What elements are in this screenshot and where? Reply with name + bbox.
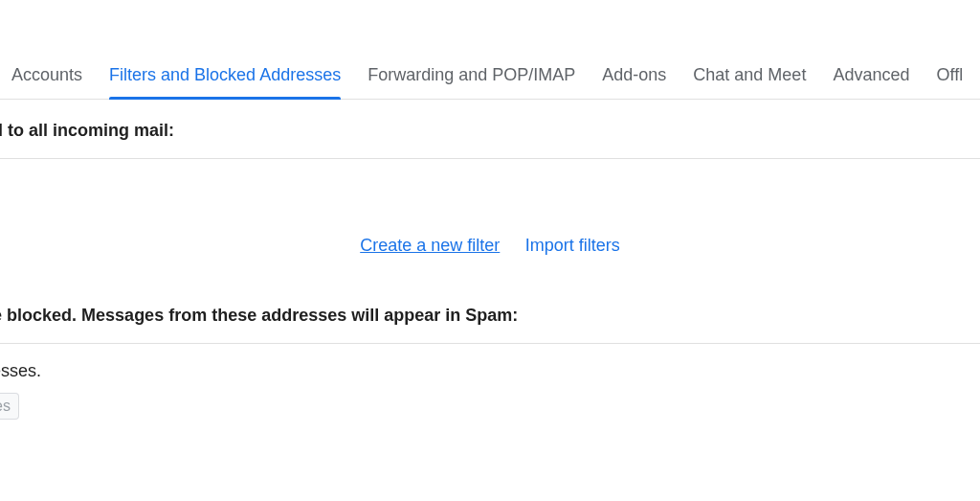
truncated-button[interactable]: es (0, 393, 19, 420)
tab-addons[interactable]: Add-ons (602, 56, 666, 99)
tab-offline[interactable]: Offl (936, 56, 963, 99)
create-filter-link[interactable]: Create a new filter (360, 236, 500, 255)
tab-advanced[interactable]: Advanced (833, 56, 909, 99)
tab-accounts[interactable]: Accounts (11, 56, 82, 99)
tab-filters-blocked[interactable]: Filters and Blocked Addresses (109, 56, 341, 99)
filter-actions: Create a new filter Import filters (0, 159, 980, 290)
filters-section-heading: pplied to all incoming mail: (0, 100, 980, 159)
import-filters-link[interactable]: Import filters (525, 236, 620, 255)
blocked-section-heading: sses are blocked. Messages from these ad… (0, 290, 980, 344)
tab-forwarding-pop-imap[interactable]: Forwarding and POP/IMAP (368, 56, 575, 99)
blocked-addresses-text: ed addresses. (0, 344, 980, 381)
settings-tabs: Accounts Filters and Blocked Addresses F… (0, 56, 980, 100)
tab-chat-meet[interactable]: Chat and Meet (693, 56, 806, 99)
